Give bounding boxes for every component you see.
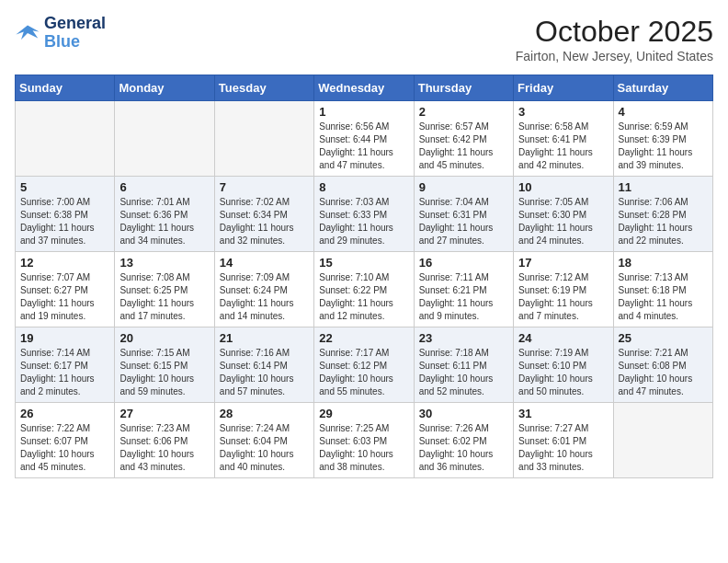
day-info: Sunrise: 7:08 AMSunset: 6:25 PMDaylight:… (119, 271, 209, 323)
day-info: Sunrise: 6:56 AMSunset: 6:44 PMDaylight:… (319, 121, 408, 172)
calendar-day-cell: 20Sunrise: 7:15 AMSunset: 6:15 PMDayligh… (115, 327, 214, 403)
calendar-day-cell: 31Sunrise: 7:27 AMSunset: 6:01 PMDayligh… (514, 403, 613, 478)
day-info: Sunrise: 7:26 AMSunset: 6:02 PMDaylight:… (419, 422, 508, 474)
calendar-day-cell: 10Sunrise: 7:05 AMSunset: 6:30 PMDayligh… (514, 177, 613, 252)
calendar-day-cell: 25Sunrise: 7:21 AMSunset: 6:08 PMDayligh… (613, 327, 712, 403)
day-number: 11 (619, 180, 708, 194)
calendar-day-cell: 7Sunrise: 7:02 AMSunset: 6:34 PMDaylight… (214, 177, 313, 252)
day-number: 13 (119, 256, 209, 270)
calendar-header-row: SundayMondayTuesdayWednesdayThursdayFrid… (16, 75, 713, 101)
day-info: Sunrise: 7:23 AMSunset: 6:06 PMDaylight:… (119, 422, 209, 474)
day-number: 23 (419, 331, 508, 345)
calendar-day-cell: 15Sunrise: 7:10 AMSunset: 6:22 PMDayligh… (314, 252, 414, 327)
calendar-week-row: 5Sunrise: 7:00 AMSunset: 6:38 PMDaylight… (16, 177, 713, 252)
day-info: Sunrise: 7:24 AMSunset: 6:04 PMDaylight:… (220, 422, 309, 474)
day-number: 28 (220, 407, 309, 420)
calendar-week-row: 12Sunrise: 7:07 AMSunset: 6:27 PMDayligh… (16, 252, 713, 327)
calendar-day-cell: 12Sunrise: 7:07 AMSunset: 6:27 PMDayligh… (16, 252, 115, 327)
calendar-day-cell: 8Sunrise: 7:03 AMSunset: 6:33 PMDaylight… (314, 177, 414, 252)
day-info: Sunrise: 7:15 AMSunset: 6:15 PMDaylight:… (119, 347, 209, 398)
day-number: 29 (319, 407, 408, 420)
calendar-week-row: 1Sunrise: 6:56 AMSunset: 6:44 PMDaylight… (16, 101, 713, 177)
calendar-day-cell: 6Sunrise: 7:01 AMSunset: 6:36 PMDaylight… (115, 177, 214, 252)
calendar-day-cell: 30Sunrise: 7:26 AMSunset: 6:02 PMDayligh… (414, 403, 513, 478)
calendar-day-cell: 23Sunrise: 7:18 AMSunset: 6:11 PMDayligh… (414, 327, 513, 403)
month-title: October 2025 (516, 15, 713, 49)
calendar-day-header: Thursday (414, 75, 513, 101)
day-number: 19 (20, 331, 109, 345)
calendar-day-cell: 28Sunrise: 7:24 AMSunset: 6:04 PMDayligh… (214, 403, 313, 478)
calendar-day-cell: 18Sunrise: 7:13 AMSunset: 6:18 PMDayligh… (613, 252, 712, 327)
day-info: Sunrise: 7:22 AMSunset: 6:07 PMDaylight:… (20, 422, 109, 474)
day-number: 24 (518, 331, 608, 345)
day-info: Sunrise: 7:16 AMSunset: 6:14 PMDaylight:… (220, 347, 309, 398)
day-number: 31 (518, 407, 608, 420)
calendar-day-cell (115, 101, 214, 177)
day-number: 15 (319, 256, 408, 270)
day-info: Sunrise: 7:12 AMSunset: 6:19 PMDaylight:… (518, 271, 608, 323)
day-info: Sunrise: 7:11 AMSunset: 6:21 PMDaylight:… (419, 271, 508, 323)
day-info: Sunrise: 6:57 AMSunset: 6:42 PMDaylight:… (419, 121, 508, 172)
day-info: Sunrise: 7:21 AMSunset: 6:08 PMDaylight:… (619, 347, 708, 398)
day-number: 1 (319, 105, 408, 119)
day-number: 10 (518, 180, 608, 194)
day-number: 14 (220, 256, 309, 270)
day-number: 8 (319, 180, 408, 194)
calendar-week-row: 26Sunrise: 7:22 AMSunset: 6:07 PMDayligh… (16, 403, 713, 478)
day-number: 25 (619, 331, 708, 345)
calendar-day-header: Monday (115, 75, 214, 101)
day-info: Sunrise: 7:04 AMSunset: 6:31 PMDaylight:… (419, 196, 508, 247)
day-info: Sunrise: 6:58 AMSunset: 6:41 PMDaylight:… (518, 121, 608, 172)
day-number: 21 (220, 331, 309, 345)
calendar-day-cell: 3Sunrise: 6:58 AMSunset: 6:41 PMDaylight… (514, 101, 613, 177)
calendar-day-cell: 5Sunrise: 7:00 AMSunset: 6:38 PMDaylight… (16, 177, 115, 252)
calendar-day-cell (214, 101, 313, 177)
calendar-day-cell: 13Sunrise: 7:08 AMSunset: 6:25 PMDayligh… (115, 252, 214, 327)
calendar-day-cell (16, 101, 115, 177)
day-number: 17 (518, 256, 608, 270)
calendar-day-header: Sunday (16, 75, 115, 101)
day-info: Sunrise: 7:07 AMSunset: 6:27 PMDaylight:… (20, 271, 109, 323)
calendar-day-cell: 4Sunrise: 6:59 AMSunset: 6:39 PMDaylight… (613, 101, 712, 177)
logo-text: General Blue (44, 15, 106, 52)
calendar-day-header: Wednesday (314, 75, 414, 101)
day-number: 3 (518, 105, 608, 119)
calendar-day-cell: 17Sunrise: 7:12 AMSunset: 6:19 PMDayligh… (514, 252, 613, 327)
day-number: 7 (220, 180, 309, 194)
day-info: Sunrise: 7:17 AMSunset: 6:12 PMDaylight:… (319, 347, 408, 398)
page-header: General Blue October 2025 Fairton, New J… (15, 15, 713, 63)
calendar-day-cell: 14Sunrise: 7:09 AMSunset: 6:24 PMDayligh… (214, 252, 313, 327)
calendar-body: 1Sunrise: 6:56 AMSunset: 6:44 PMDaylight… (16, 101, 713, 478)
calendar-day-cell: 2Sunrise: 6:57 AMSunset: 6:42 PMDaylight… (414, 101, 513, 177)
day-info: Sunrise: 7:18 AMSunset: 6:11 PMDaylight:… (419, 347, 508, 398)
calendar-day-cell: 9Sunrise: 7:04 AMSunset: 6:31 PMDaylight… (414, 177, 513, 252)
calendar-day-cell: 24Sunrise: 7:19 AMSunset: 6:10 PMDayligh… (514, 327, 613, 403)
calendar-day-cell (613, 403, 712, 478)
calendar-day-cell: 1Sunrise: 6:56 AMSunset: 6:44 PMDaylight… (314, 101, 414, 177)
day-info: Sunrise: 6:59 AMSunset: 6:39 PMDaylight:… (619, 121, 708, 172)
day-info: Sunrise: 7:25 AMSunset: 6:03 PMDaylight:… (319, 422, 408, 474)
day-info: Sunrise: 7:03 AMSunset: 6:33 PMDaylight:… (319, 196, 408, 247)
calendar-day-header: Saturday (613, 75, 712, 101)
svg-marker-0 (16, 25, 39, 39)
day-number: 9 (419, 180, 508, 194)
day-info: Sunrise: 7:06 AMSunset: 6:28 PMDaylight:… (619, 196, 708, 247)
calendar-day-cell: 29Sunrise: 7:25 AMSunset: 6:03 PMDayligh… (314, 403, 414, 478)
day-number: 6 (119, 180, 209, 194)
day-number: 4 (619, 105, 708, 119)
calendar-day-cell: 26Sunrise: 7:22 AMSunset: 6:07 PMDayligh… (16, 403, 115, 478)
day-info: Sunrise: 7:10 AMSunset: 6:22 PMDaylight:… (319, 271, 408, 323)
day-number: 20 (119, 331, 209, 345)
day-info: Sunrise: 7:14 AMSunset: 6:17 PMDaylight:… (20, 347, 109, 398)
day-info: Sunrise: 7:09 AMSunset: 6:24 PMDaylight:… (220, 271, 309, 323)
calendar-day-cell: 21Sunrise: 7:16 AMSunset: 6:14 PMDayligh… (214, 327, 313, 403)
calendar-week-row: 19Sunrise: 7:14 AMSunset: 6:17 PMDayligh… (16, 327, 713, 403)
day-info: Sunrise: 7:01 AMSunset: 6:36 PMDaylight:… (119, 196, 209, 247)
day-number: 18 (619, 256, 708, 270)
logo-bird-icon (15, 20, 40, 46)
day-number: 30 (419, 407, 508, 420)
calendar-day-cell: 11Sunrise: 7:06 AMSunset: 6:28 PMDayligh… (613, 177, 712, 252)
day-number: 22 (319, 331, 408, 345)
day-info: Sunrise: 7:05 AMSunset: 6:30 PMDaylight:… (518, 196, 608, 247)
day-number: 5 (20, 180, 109, 194)
